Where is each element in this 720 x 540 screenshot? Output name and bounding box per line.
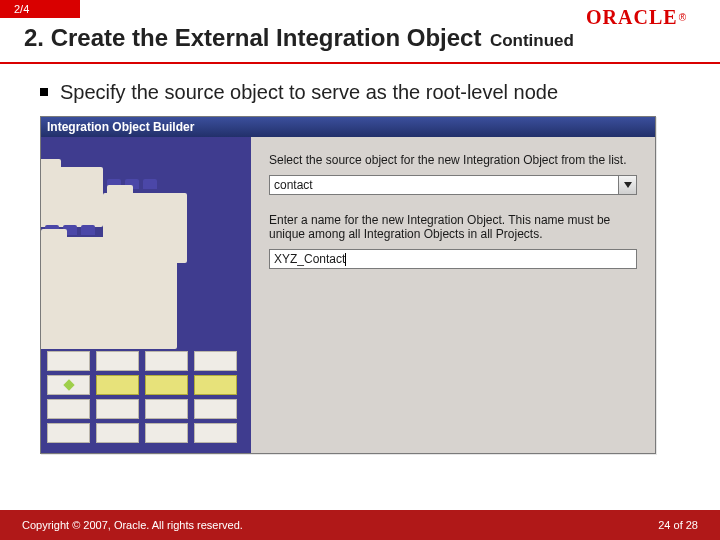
source-object-dropdown[interactable]: contact xyxy=(269,175,637,195)
spreadsheet-graphic xyxy=(47,351,237,443)
bullet-icon xyxy=(40,88,48,96)
source-object-value[interactable]: contact xyxy=(269,175,619,195)
slide-title-continued: Continued xyxy=(490,31,574,50)
dialog-titlebar: Integration Object Builder xyxy=(41,117,655,137)
name-input-value: XYZ_Contact xyxy=(274,252,345,266)
progress-text: 2/4 xyxy=(14,3,29,15)
dropdown-button[interactable] xyxy=(619,175,637,195)
slide-title: 2. Create the External Integration Objec… xyxy=(24,24,481,51)
folder-icon xyxy=(41,167,103,227)
slide-title-area: 2. Create the External Integration Objec… xyxy=(24,24,696,52)
integration-object-name-input[interactable]: XYZ_Contact xyxy=(269,249,637,269)
dialog-title: Integration Object Builder xyxy=(47,120,194,134)
folder-icon xyxy=(41,237,177,349)
svg-marker-0 xyxy=(624,182,632,188)
copyright-text: Copyright © 2007, Oracle. All rights res… xyxy=(22,519,243,531)
registered-mark: ® xyxy=(679,12,686,23)
page-number: 24 of 28 xyxy=(658,519,698,531)
dialog-body: Select the source object for the new Int… xyxy=(41,137,655,453)
slide-footer: Copyright © 2007, Oracle. All rights res… xyxy=(0,510,720,540)
chevron-down-icon xyxy=(624,182,632,188)
wizard-graphic-pane xyxy=(41,137,251,453)
wizard-form-pane: Select the source object for the new Int… xyxy=(251,137,655,453)
integration-object-dialog: Integration Object Builder Select the so… xyxy=(40,116,656,454)
name-input-label: Enter a name for the new Integration Obj… xyxy=(269,213,637,241)
title-underline xyxy=(0,62,720,64)
text-caret xyxy=(345,253,346,266)
bullet-item: Specify the source object to serve as th… xyxy=(40,80,680,105)
progress-badge: 2/4 xyxy=(0,0,80,18)
source-object-label: Select the source object for the new Int… xyxy=(269,153,637,167)
bullet-text: Specify the source object to serve as th… xyxy=(60,80,558,105)
